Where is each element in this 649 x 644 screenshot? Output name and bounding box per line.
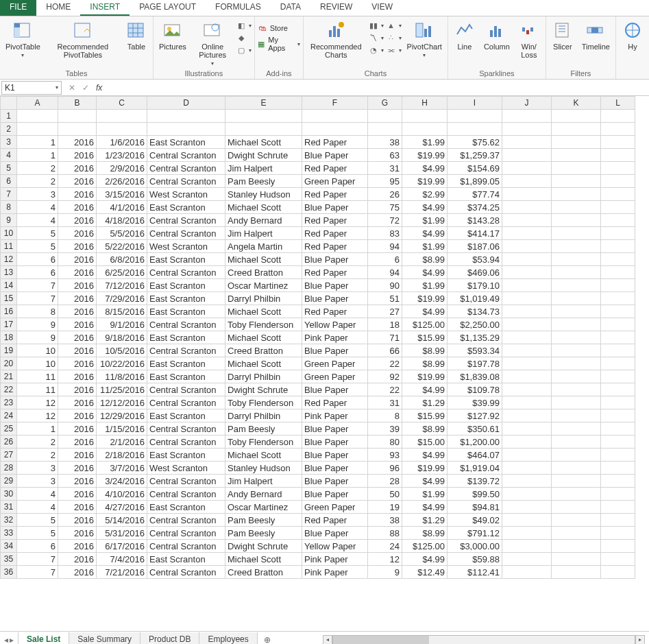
cell[interactable]: Total xyxy=(448,123,502,136)
line-chart-button[interactable]: 〽▾ xyxy=(369,33,384,43)
cell[interactable] xyxy=(502,123,552,136)
cell[interactable]: East Scranton xyxy=(147,292,225,305)
cell[interactable]: 2016 xyxy=(58,266,97,279)
sheet-tab[interactable]: Sale List xyxy=(18,632,69,644)
cell[interactable] xyxy=(601,175,635,188)
cell[interactable]: 7/12/2016 xyxy=(97,279,147,292)
cell[interactable] xyxy=(601,331,635,344)
cell[interactable]: 90 xyxy=(368,279,402,292)
cell[interactable]: 8 xyxy=(17,305,58,318)
cell[interactable]: Jim Halpert xyxy=(225,227,302,240)
cell[interactable]: Blue Paper xyxy=(302,201,368,214)
cell[interactable]: 5/5/2016 xyxy=(97,227,147,240)
cell[interactable] xyxy=(601,318,635,331)
cell[interactable]: 7 xyxy=(17,292,58,305)
cell[interactable]: 1/15/2016 xyxy=(97,422,147,436)
cell[interactable]: Pink Paper xyxy=(302,566,368,579)
cell[interactable]: Creed Bratton xyxy=(225,566,302,579)
cell[interactable]: 4/1/2016 xyxy=(97,201,147,214)
column-header[interactable]: G xyxy=(368,97,402,110)
cell[interactable] xyxy=(502,462,552,475)
column-header[interactable]: L xyxy=(601,97,635,110)
cell[interactable]: $19.99 xyxy=(402,175,448,188)
column-header[interactable]: K xyxy=(552,97,601,110)
cell[interactable]: Toby Flenderson xyxy=(225,436,302,449)
cell[interactable] xyxy=(552,214,601,227)
cell[interactable]: 2016 xyxy=(58,501,97,514)
cell[interactable]: Blue Paper xyxy=(302,279,368,292)
row-header[interactable]: 9 xyxy=(1,214,17,227)
row-header[interactable]: 5 xyxy=(1,162,17,175)
cell[interactable]: 2 xyxy=(17,436,58,449)
cell[interactable]: Michael Scott xyxy=(225,357,302,370)
cell[interactable]: 2016 xyxy=(58,188,97,201)
myapps-button[interactable]: ▦My Apps▾ xyxy=(258,36,300,52)
cell[interactable]: Central Scranton xyxy=(147,436,225,449)
cell[interactable]: Red Paper xyxy=(302,266,368,279)
cell[interactable]: 92 xyxy=(368,370,402,383)
cell[interactable]: 72 xyxy=(368,214,402,227)
cell[interactable]: 24 xyxy=(368,540,402,553)
tab-review[interactable]: REVIEW xyxy=(310,0,362,16)
cell[interactable]: 7/4/2016 xyxy=(97,553,147,566)
cell[interactable] xyxy=(552,240,601,253)
cell[interactable]: $1,135.29 xyxy=(448,331,502,344)
cell[interactable]: Dwight Schrute xyxy=(225,149,302,162)
cell[interactable]: $469.06 xyxy=(448,266,502,279)
row-header[interactable]: 29 xyxy=(1,475,17,488)
cell[interactable]: 2 xyxy=(17,162,58,175)
cell[interactable]: $414.17 xyxy=(448,227,502,240)
cell[interactable]: Central Scranton xyxy=(147,396,225,409)
cell[interactable]: 10 xyxy=(17,357,58,370)
cell[interactable]: 3 xyxy=(17,475,58,488)
cell[interactable]: 51 xyxy=(368,292,402,305)
cell[interactable]: 3 xyxy=(17,188,58,201)
row-header[interactable]: 16 xyxy=(1,305,17,318)
cell[interactable]: 2016 xyxy=(58,370,97,383)
cell[interactable]: OrderDate xyxy=(97,123,147,136)
cell[interactable]: 93 xyxy=(368,449,402,462)
cell[interactable] xyxy=(552,501,601,514)
row-header[interactable]: 12 xyxy=(1,253,17,266)
cell[interactable] xyxy=(601,344,635,357)
cell[interactable] xyxy=(552,514,601,527)
cell[interactable]: $134.73 xyxy=(448,305,502,318)
cell[interactable]: 5/14/2016 xyxy=(97,514,147,527)
cell[interactable]: $4.99 xyxy=(402,201,448,214)
cell[interactable]: $109.78 xyxy=(448,383,502,396)
cell[interactable]: Central Scranton xyxy=(147,162,225,175)
cell[interactable]: 2016 xyxy=(58,566,97,579)
cell[interactable]: 6/25/2016 xyxy=(97,266,147,279)
cell[interactable] xyxy=(552,383,601,396)
cell[interactable] xyxy=(502,540,552,553)
cell[interactable]: 1 xyxy=(17,149,58,162)
cell[interactable]: 95 xyxy=(368,175,402,188)
cell[interactable] xyxy=(552,566,601,579)
cell[interactable]: 7 xyxy=(17,566,58,579)
cell[interactable]: 2016 xyxy=(58,396,97,409)
cell[interactable] xyxy=(552,305,601,318)
cell[interactable]: 11 xyxy=(17,370,58,383)
cell[interactable]: 6 xyxy=(17,266,58,279)
cell[interactable]: $77.74 xyxy=(448,188,502,201)
cell[interactable]: 96 xyxy=(368,462,402,475)
cell[interactable]: Region xyxy=(147,123,225,136)
cell[interactable]: $1,899.05 xyxy=(448,175,502,188)
cell[interactable]: Blue Paper xyxy=(302,422,368,436)
cell[interactable]: Blue Paper xyxy=(302,488,368,501)
cell[interactable]: 2 xyxy=(17,449,58,462)
column-header[interactable]: D xyxy=(147,97,225,110)
cell[interactable]: East Scranton xyxy=(147,370,225,383)
column-header[interactable]: B xyxy=(58,97,97,110)
cell[interactable] xyxy=(601,266,635,279)
cell[interactable]: Michael Scott xyxy=(225,331,302,344)
cell[interactable]: $2.99 xyxy=(402,188,448,201)
sheet-tab[interactable]: Employees xyxy=(199,632,257,644)
cell[interactable]: East Scranton xyxy=(147,553,225,566)
row-header[interactable]: 18 xyxy=(1,331,17,344)
cell[interactable]: Pam Beesly xyxy=(225,527,302,540)
horizontal-scrollbar[interactable]: ◂ ▸ xyxy=(319,635,649,645)
cell[interactable]: 4 xyxy=(17,488,58,501)
cancel-formula-icon[interactable]: ✕ xyxy=(69,83,75,93)
cell[interactable] xyxy=(552,344,601,357)
